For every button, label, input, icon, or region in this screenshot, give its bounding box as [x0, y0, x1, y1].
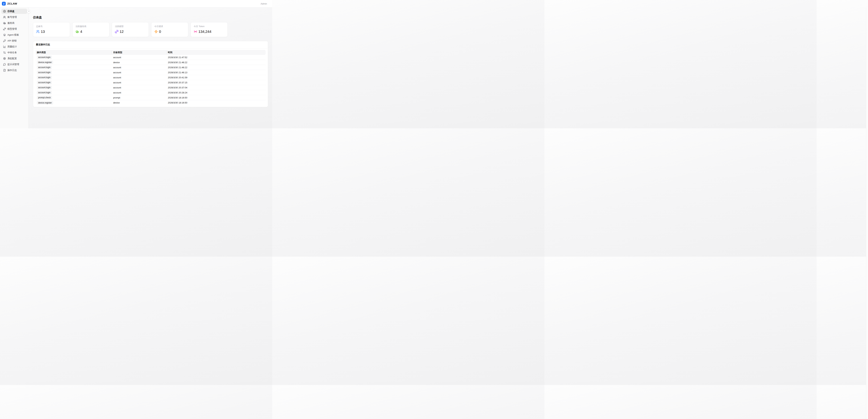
time-cell: 2026/3/30 18:16:50 — [166, 101, 266, 104]
sidebar-item[interactable]: 模型管理 — [1, 26, 27, 32]
sidebar-item[interactable]: 服务商 — [1, 21, 27, 26]
sidebar-collapse-button[interactable] — [27, 9, 31, 13]
user-menu[interactable]: Admin — [260, 2, 267, 5]
message-dots-icon — [3, 63, 6, 66]
stat-value: 12 — [120, 30, 124, 34]
chart-column-icon — [3, 45, 6, 48]
sidebar-item-label: 账号管理 — [7, 16, 17, 19]
table-row: account.login account 2026/3/30 21:47:52 — [35, 55, 266, 60]
sidebar-item[interactable]: 中转任务 — [1, 50, 27, 55]
move-horizontal-icon — [194, 30, 197, 33]
cloud-server-icon — [3, 22, 6, 25]
zap-icon — [154, 30, 158, 33]
stat-card: 今日 Token 134,244 — [191, 22, 227, 37]
sidebar-item-label: Agent 模板 — [7, 33, 19, 36]
sidebar-item[interactable]: Agent 模板 — [1, 32, 27, 37]
logs-table-body: account.login account 2026/3/30 21:47:52… — [35, 55, 266, 105]
stat-label: 今日 Token — [194, 25, 224, 28]
recent-logs-card: 最近操作日志 操作类型 目标类型 时间 account.login accoun… — [33, 41, 268, 107]
chevron-left-icon — [28, 10, 30, 13]
column-header-time: 时间 — [166, 50, 266, 55]
brand-logo-letter: Z — [3, 2, 4, 5]
time-cell: 2026/3/30 20:37:15 — [166, 81, 266, 84]
table-row: device.register device 2026/3/30 18:16:5… — [35, 100, 266, 105]
time-cell: 2026/3/30 20:41:59 — [166, 76, 266, 79]
stat-card: 活跃服务商 4 — [72, 22, 110, 37]
stat-card: 活跃模型 12 — [112, 22, 149, 37]
target-type-cell: account — [112, 66, 166, 69]
table-row: account.login account 2026/3/30 20:41:59 — [35, 75, 266, 80]
gear-icon — [3, 57, 6, 60]
sidebar-item-label: 仪表盘 — [7, 10, 14, 13]
time-cell: 2026/3/30 21:47:52 — [166, 56, 266, 59]
time-cell: 2026/3/30 21:46:13 — [166, 71, 266, 74]
target-type-cell: account — [112, 56, 166, 59]
time-cell: 2026/3/30 20:37:04 — [166, 86, 266, 89]
table-row: account.login account 2026/3/30 21:46:22 — [35, 65, 266, 70]
sidebar-item[interactable]: 系统配置 — [1, 56, 27, 61]
sidebar-item[interactable]: 用量统计 — [1, 44, 27, 49]
target-type-cell: device — [112, 61, 166, 64]
action-type-badge: account.login — [37, 86, 52, 89]
sidebar-item-label: API 密钥 — [7, 39, 17, 42]
recent-logs-title: 最近操作日志 — [33, 41, 268, 49]
target-type-cell: account — [112, 86, 166, 89]
table-row: account.login account 2026/3/30 20:37:04 — [35, 85, 266, 90]
sidebar-item[interactable]: 账号管理 — [1, 14, 27, 20]
action-type-badge: account.login — [37, 71, 52, 74]
table-row: prompt.check prompt 2026/3/30 18:16:50 — [35, 95, 266, 100]
target-type-cell: account — [112, 91, 166, 94]
file-text-icon — [3, 69, 6, 72]
sidebar-item[interactable]: 仪表盘 — [1, 9, 27, 14]
table-row: account.login account 2026/3/30 21:46:13 — [35, 70, 266, 75]
target-type-cell: prompt — [112, 96, 166, 99]
action-type-badge: account.login — [37, 91, 52, 94]
stat-label: 总账号 — [36, 25, 67, 28]
users-icon — [3, 16, 6, 19]
sidebar-item-label: 提示词管理 — [7, 63, 19, 66]
arrows-left-right-icon — [3, 51, 6, 54]
stat-label: 今日请求 — [154, 25, 185, 28]
table-row: account.login account 2026/3/30 20:28:24 — [35, 90, 266, 95]
sidebar-item-label: 系统配置 — [7, 57, 17, 60]
sidebar-item[interactable]: 操作日志 — [1, 68, 27, 73]
table-row: account.login account 2026/3/30 20:37:15 — [35, 80, 266, 85]
target-type-cell: device — [112, 101, 166, 104]
stat-value: 13 — [41, 30, 45, 34]
sidebar-item[interactable]: 提示词管理 — [1, 62, 27, 67]
page-title: 仪表盘 — [33, 16, 268, 19]
sidebar: 仪表盘 账号管理 服务商 模型管理 Agent 模板 API 密钥 用量统计 中… — [0, 7, 29, 128]
sidebar-item-label: 服务商 — [7, 22, 14, 25]
action-type-badge: account.login — [37, 56, 52, 59]
target-type-cell: account — [112, 71, 166, 74]
stat-value: 0 — [159, 30, 161, 34]
sidebar-item-label: 中转任务 — [7, 51, 17, 54]
column-header-action: 操作类型 — [35, 50, 112, 55]
stat-card: 今日请求 0 — [151, 22, 188, 37]
app-shell: 仪表盘 账号管理 服务商 模型管理 Agent 模板 API 密钥 用量统计 中… — [0, 7, 272, 128]
cable-icon — [115, 30, 118, 33]
action-type-badge: device.register — [37, 61, 53, 64]
action-type-badge: account.login — [37, 81, 52, 84]
column-header-target: 目标类型 — [112, 50, 166, 55]
table-row: device.register device 2026/3/30 21:46:2… — [35, 60, 266, 65]
stat-label: 活跃服务商 — [75, 25, 106, 28]
sidebar-item[interactable]: API 密钥 — [1, 38, 27, 43]
action-type-badge: account.login — [37, 76, 52, 79]
logs-table: 操作类型 目标类型 时间 account.login account 2026/… — [33, 49, 268, 107]
time-cell: 2026/3/30 18:16:50 — [166, 96, 266, 99]
main-content: 仪表盘 总账号 13 活跃服务商 4 活跃模型 12 今日请求 0 今日 Tok… — [29, 7, 272, 128]
time-cell: 2026/3/30 21:46:22 — [166, 66, 266, 69]
action-type-badge: account.login — [37, 66, 52, 69]
time-cell: 2026/3/30 20:28:24 — [166, 91, 266, 94]
time-cell: 2026/3/30 21:46:22 — [166, 61, 266, 64]
stat-value: 134,244 — [198, 30, 212, 34]
sidebar-item-label: 模型管理 — [7, 27, 17, 31]
target-type-cell: account — [112, 76, 166, 79]
top-header: Z ZCLAW Admin — [0, 0, 272, 7]
stat-card: 总账号 13 — [33, 22, 70, 37]
brand-name: ZCLAW — [7, 2, 17, 5]
stats-row: 总账号 13 活跃服务商 4 活跃模型 12 今日请求 0 今日 Token 1… — [33, 22, 268, 37]
action-type-badge: device.register — [37, 101, 53, 104]
target-type-cell: account — [112, 81, 166, 84]
